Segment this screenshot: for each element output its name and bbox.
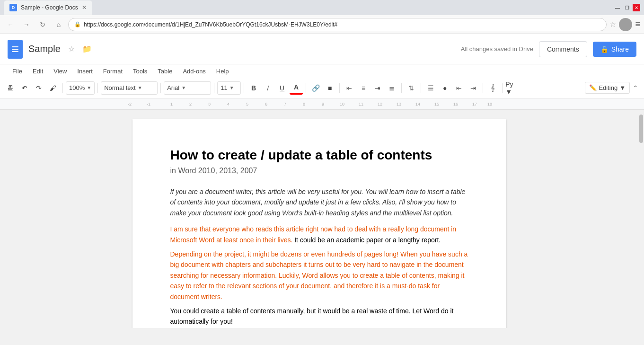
align-right-button[interactable]: ⇥: [371, 81, 384, 95]
ruler-inner: -2 -1 1 2 3 4 5 6 7 8 9 10 11 12 13 14 1…: [0, 98, 644, 109]
bookmark-button[interactable]: ☆: [609, 20, 616, 29]
style-arrow-icon: ▼: [138, 85, 142, 90]
comment-button[interactable]: ■: [323, 81, 336, 95]
back-button[interactable]: ←: [4, 18, 17, 31]
gdocs-app: Sample ☆ 📁 All changes saved in Drive Co…: [0, 34, 644, 328]
unordered-list-button[interactable]: ●: [438, 81, 451, 95]
gdocs-logo-icon: [8, 40, 23, 59]
divider-7: [339, 83, 340, 93]
menu-addons[interactable]: Add-ons: [178, 66, 210, 77]
divider-11: [502, 83, 503, 93]
document-main-title: How to create / update a table of conten…: [170, 148, 468, 163]
profile-button[interactable]: [619, 18, 632, 31]
collapse-toolbar-button[interactable]: ⌃: [631, 82, 640, 94]
folder-button[interactable]: 📁: [82, 44, 92, 53]
close-button[interactable]: ✕: [633, 4, 640, 11]
para1-rest: It could be an academic paper or a lengt…: [294, 236, 441, 244]
intro-paragraph: If you are a document writer, this artic…: [170, 186, 468, 218]
forward-button[interactable]: →: [20, 18, 33, 31]
clear-format-button[interactable]: 𝄞: [486, 81, 499, 95]
url-bar[interactable]: 🔒 https://docs.google.com/document/d/1Hj…: [68, 18, 607, 31]
zoom-arrow-icon: ▼: [87, 85, 91, 90]
window-controls: — ❐ ✕: [614, 4, 640, 11]
document-subtitle: in Word 2010, 2013, 2007: [170, 167, 468, 175]
print-button[interactable]: 🖶: [4, 81, 17, 95]
paragraph-1: I am sure that everyone who reads this a…: [170, 224, 468, 245]
menu-file[interactable]: File: [8, 66, 27, 77]
menu-view[interactable]: View: [49, 66, 71, 77]
menu-help[interactable]: Help: [212, 66, 234, 77]
star-button[interactable]: ☆: [68, 44, 75, 53]
line-spacing-button[interactable]: ⇅: [405, 81, 418, 95]
scrollbar-thumb[interactable]: [639, 115, 643, 143]
editing-mode-select[interactable]: ✏️ Editing ▼: [585, 82, 630, 94]
tab-title: Sample - Google Docs: [21, 4, 78, 11]
justify-button[interactable]: ≣: [385, 81, 398, 95]
redo-button[interactable]: ↷: [32, 81, 45, 95]
divider-8: [401, 83, 402, 93]
style-value: Normal text: [104, 84, 135, 91]
font-size-select[interactable]: 11 ▼: [217, 81, 241, 95]
menu-bar: File Edit View Insert Format Tools Table…: [0, 64, 644, 78]
zoom-value: 100%: [69, 84, 85, 91]
document-area: How to create / update a table of conten…: [0, 110, 644, 328]
input-tools-button[interactable]: Py ▼: [505, 81, 519, 95]
tab-close-button[interactable]: ✕: [82, 4, 87, 11]
document-title: Sample: [28, 44, 61, 54]
font-arrow-icon: ▼: [181, 85, 186, 90]
menu-edit[interactable]: Edit: [28, 66, 48, 77]
menu-table[interactable]: Table: [153, 66, 177, 77]
italic-button[interactable]: I: [261, 81, 274, 95]
menu-insert[interactable]: Insert: [72, 66, 97, 77]
font-select[interactable]: Arial ▼: [164, 81, 211, 95]
home-button[interactable]: ⌂: [52, 18, 65, 31]
editing-mode-arrow-icon: ▼: [619, 84, 626, 91]
zoom-select[interactable]: 100% ▼: [66, 81, 95, 95]
align-left-button[interactable]: ⇤: [343, 81, 356, 95]
para3-text: You could create a table of contents man…: [170, 307, 454, 325]
text-color-button[interactable]: A: [290, 81, 303, 95]
title-bar: D Sample - Google Docs ✕ — ❐ ✕: [0, 0, 644, 15]
reload-button[interactable]: ↻: [36, 18, 49, 31]
app-header: Sample ☆ 📁 All changes saved in Drive Co…: [0, 34, 644, 64]
share-button[interactable]: 🔒 Share: [593, 42, 636, 57]
align-center-button[interactable]: ≡: [357, 81, 370, 95]
bold-button[interactable]: B: [247, 81, 260, 95]
menu-format[interactable]: Format: [98, 66, 127, 77]
ordered-list-button[interactable]: ☰: [424, 81, 437, 95]
divider-10: [483, 83, 483, 93]
divider-4: [214, 83, 214, 93]
divider-5: [244, 83, 244, 93]
size-arrow-icon: ▼: [229, 85, 234, 90]
lock-icon: 🔒: [600, 45, 609, 53]
divider-6: [306, 83, 306, 93]
minimize-button[interactable]: —: [614, 4, 621, 11]
maximize-button[interactable]: ❐: [623, 4, 631, 11]
ruler: -2 -1 1 2 3 4 5 6 7 8 9 10 11 12 13 14 1…: [0, 98, 644, 110]
underline-button[interactable]: U: [275, 81, 289, 95]
indent-increase-button[interactable]: ⇥: [467, 81, 480, 95]
divider-1: [62, 83, 63, 93]
style-select[interactable]: Normal text ▼: [101, 81, 158, 95]
para2-orange: Depending on the project, it might be do…: [170, 250, 468, 301]
ssl-icon: 🔒: [74, 21, 81, 27]
toolbar: 🖶 ↶ ↷ 🖌 100% ▼ Normal text ▼ Arial ▼ 11 …: [0, 78, 644, 98]
font-value: Arial: [167, 84, 179, 91]
link-button[interactable]: 🔗: [309, 81, 322, 95]
divider-9: [421, 83, 421, 93]
divider-2: [97, 83, 98, 93]
size-value: 11: [221, 84, 227, 91]
comments-button[interactable]: Comments: [539, 41, 587, 57]
chrome-menu-button[interactable]: ≡: [635, 19, 640, 29]
url-text: https://docs.google.com/document/d/1HjEd…: [84, 21, 600, 28]
save-status: All changes saved in Drive: [461, 45, 533, 53]
undo-button[interactable]: ↶: [18, 81, 31, 95]
browser-tab[interactable]: D Sample - Google Docs ✕: [4, 0, 92, 15]
indent-decrease-button[interactable]: ⇤: [452, 81, 466, 95]
editing-mode-label: Editing: [599, 84, 618, 91]
document-scroll[interactable]: How to create / update a table of conten…: [0, 110, 638, 328]
menu-tools[interactable]: Tools: [128, 66, 152, 77]
paint-format-button[interactable]: 🖌: [46, 81, 60, 95]
document-page: How to create / update a table of conten…: [132, 119, 506, 328]
scrollbar[interactable]: [638, 110, 644, 328]
